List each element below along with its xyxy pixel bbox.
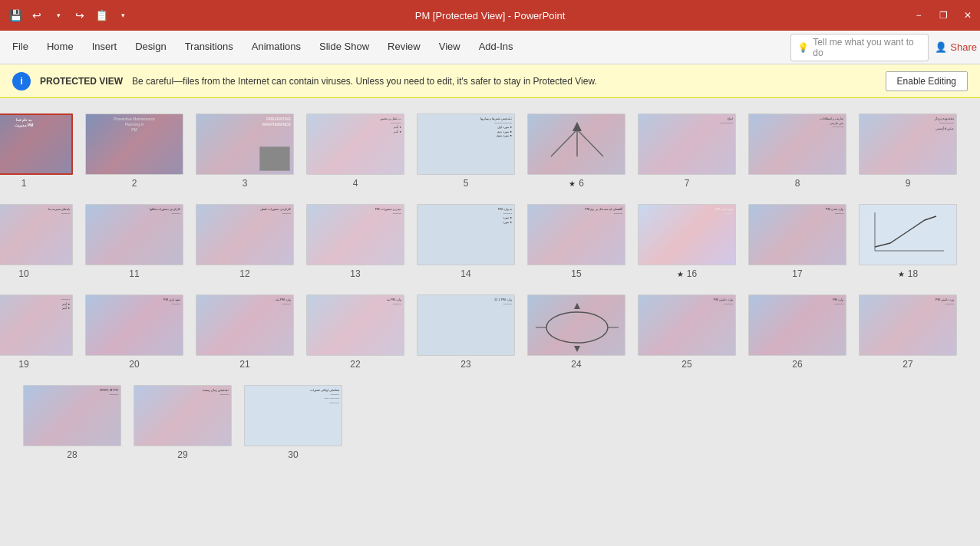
slide-number: 11 xyxy=(129,268,139,279)
slide-star-icon: ★ xyxy=(569,179,576,188)
ribbon: File Home Insert Design Transitions Anim… xyxy=(0,31,980,64)
list-item[interactable]: وارد PM شد──── 21 xyxy=(196,294,294,370)
list-item[interactable]: بایدهای مدیریت بنا──── 10 xyxy=(0,204,73,279)
list-item[interactable]: گاهنمای باید سه چک بر بزم PM──── 15 xyxy=(527,204,625,279)
minimize-button[interactable]: − xyxy=(906,0,931,31)
list-item[interactable]: ★ 6 xyxy=(527,113,625,189)
restore-button[interactable]: ❐ xyxy=(931,0,955,31)
svg-point-6 xyxy=(546,312,608,343)
list-item[interactable]: وارد شدن PM──── ★ 16 xyxy=(638,204,736,279)
list-item[interactable]: وارد شدن PM──── 17 xyxy=(748,204,846,279)
slide-number: 2 xyxy=(132,178,137,189)
slide-number: ★ 18 xyxy=(898,268,918,279)
search-box[interactable]: 💡 Tell me what you want to do xyxy=(790,34,929,61)
slide-number: 5 xyxy=(464,178,469,189)
save-icon[interactable]: 💾 xyxy=(6,6,25,25)
slide-content-text: كاركردی دستورات فصلی──── xyxy=(196,205,293,265)
slide-number: ★ 16 xyxy=(677,268,697,279)
slide-content-text: وارد PM شد──── xyxy=(196,295,293,355)
slide-number: 24 xyxy=(571,359,581,370)
slide-number: 3 xyxy=(243,178,248,189)
slide-number: 29 xyxy=(177,449,187,460)
slide-thumbnail: بایدهای مدیریت بنا──── xyxy=(0,204,73,265)
slide-thumbnail: وارد شدن PM──── xyxy=(748,204,846,265)
list-item[interactable]: وارد PM──── 26 xyxy=(748,294,846,370)
list-item[interactable]: ★ 18 xyxy=(859,204,957,279)
slide-number: 9 xyxy=(906,178,911,189)
list-item[interactable]: ورد داشتن PM──── 27 xyxy=(859,294,957,370)
slide-thumbnail: وارد PM شد──── xyxy=(196,294,294,356)
redo-icon[interactable]: ↪ xyxy=(71,6,89,25)
list-item[interactable]: MTBF, MTTR──── 28 xyxy=(23,385,121,460)
list-item[interactable]: تشخیص نقص‌ها و بیماریها────────● مورد او… xyxy=(417,113,515,189)
list-item[interactable]: PREVENTIVEMAINTENANCE 3 xyxy=(196,113,294,189)
list-item[interactable]: ب تعلیل و بحضور─────● آیتم● آیتم 4 xyxy=(306,113,404,189)
slide-content-text: تشخیص زمان رسیده──── xyxy=(134,386,231,446)
slide-content-text: وارد شدن PM──── xyxy=(749,205,846,265)
slide-row-3: ورد داشتن PM──── 27 وارد PM──── 26 وار xyxy=(23,294,957,370)
list-item[interactable]: Preventive MaintenancePlanning inPM 2 xyxy=(85,113,183,189)
custom-toolbar-icon[interactable]: 📋 xyxy=(92,6,111,25)
slide-row-2: ★ 18 وارد شدن PM──── 17 وارد شدن PM──── xyxy=(23,204,957,279)
svg-marker-3 xyxy=(572,122,582,131)
slide-content-text: ب تعلیل و بحضور─────● آیتم● آیتم xyxy=(307,114,404,174)
slide-number: 1 xyxy=(21,178,27,189)
enable-editing-button[interactable]: Enable Editing xyxy=(886,71,968,91)
slide-content-text: به نام خداPM مدیریت xyxy=(0,115,71,173)
list-item[interactable]: دیدن و دستورات PM──── 13 xyxy=(306,204,404,279)
list-item[interactable]: كاركردی دستورات فصلی──── 12 xyxy=(196,204,294,279)
slide-thumbnail: ورد داشتن PM──── xyxy=(859,294,957,356)
close-button[interactable]: ✕ xyxy=(955,0,980,31)
tab-addins[interactable]: Add-Ins xyxy=(470,31,523,64)
list-item[interactable]: تعهد یاری PM──── 20 xyxy=(85,294,183,370)
list-item[interactable]: وارد داشتن PM──── 25 xyxy=(638,294,736,370)
slide-number: 4 xyxy=(353,178,358,189)
list-item[interactable]: كاركردی دستورات شکلها──── 11 xyxy=(85,204,183,279)
tab-insert[interactable]: Insert xyxy=(83,31,127,64)
slide-number: 30 xyxy=(288,449,298,460)
window-controls: − ❐ ✕ xyxy=(906,0,980,31)
oval-diagram-svg xyxy=(528,295,625,356)
slide-thumbnail: تعهد یاری PM──── xyxy=(85,294,183,356)
tab-view[interactable]: View xyxy=(430,31,470,64)
slide-number: 17 xyxy=(792,268,802,279)
list-item[interactable]: تعاریف و اصطلاحاتمتن فارسی───── 8 xyxy=(748,113,846,189)
tab-slideshow[interactable]: Slide Show xyxy=(310,31,378,64)
slide-thumbnail: وارد PM──── xyxy=(748,294,846,356)
list-item[interactable]: وارد PM بند──── 22 xyxy=(306,294,404,370)
tab-transitions[interactable]: Transitions xyxy=(176,31,243,64)
slide-number: 19 xyxy=(18,359,28,370)
slide-thumbnail: Preventive MaintenancePlanning inPM xyxy=(85,113,183,175)
list-item[interactable]: ────● آیتم● آیتم 19 xyxy=(0,294,73,370)
slide-content-text: بایدهای مدیریت بنا──── xyxy=(0,205,72,265)
slide-content-text: وارد PM بند──── xyxy=(307,295,404,355)
share-button[interactable]: 👤 Share xyxy=(935,41,977,53)
list-item[interactable]: بقه‌نوبه پرداز──────متن فارسی 9 xyxy=(859,113,957,189)
tab-review[interactable]: Review xyxy=(378,31,430,64)
svg-marker-10 xyxy=(574,346,580,352)
slide-thumbnail: تعاریف و اصطلاحاتمتن فارسی───── xyxy=(748,113,846,175)
tab-design[interactable]: Design xyxy=(126,31,175,64)
tab-file[interactable]: File xyxy=(3,31,38,64)
quick-access-toolbar: 💾 ↩ ▾ ↪ 📋 ▾ xyxy=(6,6,132,25)
slide-number: ★ 6 xyxy=(569,178,584,189)
toolbar-dropdown-icon[interactable]: ▾ xyxy=(114,6,132,25)
undo-icon[interactable]: ↩ xyxy=(28,6,46,25)
list-item[interactable]: شناسایی اوقاتی تعمیرات────── ── ──── ── … xyxy=(244,385,342,460)
slide-thumbnail xyxy=(859,204,957,265)
slide-content-text: PREVENTIVEMAINTENANCE xyxy=(196,114,293,174)
slide-content-text: به وارد PM────● مورد● مورد xyxy=(417,205,514,265)
slide-star-icon: ★ xyxy=(677,270,684,278)
undo-dropdown-icon[interactable]: ▾ xyxy=(49,6,68,25)
tab-home[interactable]: Home xyxy=(38,31,83,64)
list-item[interactable]: 24 xyxy=(527,294,625,370)
list-item[interactable]: وارد PM تا 21──── 23 xyxy=(417,294,515,370)
slide-thumbnail: به نام خداPM مدیریت xyxy=(0,113,73,175)
slide-content-text: كاركردی دستورات شکلها──── xyxy=(86,205,183,265)
slide-thumbnail: وارد شدن PM──── xyxy=(638,204,736,265)
tab-animations[interactable]: Animations xyxy=(243,31,310,64)
list-item[interactable]: به نام خداPM مدیریت 1 xyxy=(0,113,73,189)
list-item[interactable]: تشخیص زمان رسیده──── 29 xyxy=(134,385,232,460)
list-item[interactable]: انواع────── 7 xyxy=(638,113,736,189)
list-item[interactable]: به وارد PM────● مورد● مورد 14 xyxy=(417,204,515,279)
